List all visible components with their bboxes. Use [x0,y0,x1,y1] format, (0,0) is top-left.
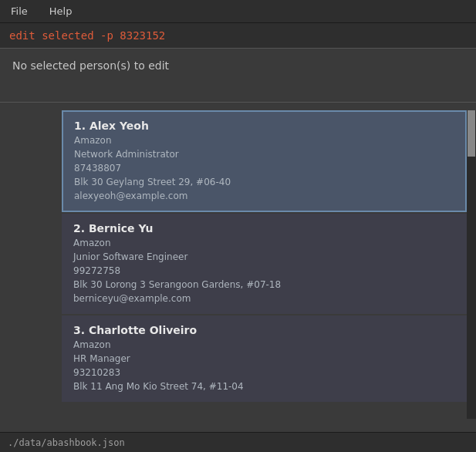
contact-card[interactable]: 1. Alex Yeoh Amazon Network Administrato… [62,110,467,212]
contact-role: Junior Software Engineer [73,250,455,264]
contact-name: 2. Bernice Yu [73,222,455,234]
contact-phone: 87438807 [74,161,454,175]
contact-card[interactable]: 2. Bernice Yu Amazon Junior Software Eng… [62,214,467,314]
contact-card[interactable]: 3. Charlotte Oliveiro Amazon HR Manager … [62,315,467,402]
contact-phone: 93210283 [73,366,455,379]
contact-company: Amazon [73,236,455,250]
contact-role: HR Manager [73,352,455,366]
contact-address: Blk 30 Geylang Street 29, #06-40 [74,175,454,189]
contact-company: Amazon [74,133,454,147]
contact-address: Blk 11 Ang Mo Kio Street 74, #11-04 [73,379,455,393]
menubar: File Help [0,0,476,23]
contact-list[interactable]: 1. Alex Yeoh Amazon Network Administrato… [62,110,467,419]
menu-file[interactable]: File [6,2,32,20]
scrollbar-thumb[interactable] [468,110,475,157]
status-message: No selected person(s) to edit [12,59,169,72]
contact-email: berniceyu@example.com [73,292,455,305]
status-area: No selected person(s) to edit [0,49,476,103]
contact-address: Blk 30 Lorong 3 Serangoon Gardens, #07-1… [73,278,455,292]
contact-phone: 99272758 [73,264,455,278]
scrollbar-track[interactable] [467,110,476,419]
contact-company: Amazon [73,338,455,352]
command-bar: edit selected -p 8323152 [0,23,476,49]
contact-email: alexyeoh@example.com [74,189,454,203]
footer-path: ./data/abashbook.json [8,437,125,448]
command-text: edit selected -p 8323152 [9,29,165,42]
menu-help[interactable]: Help [45,2,77,20]
contact-role: Network Administrator [74,147,454,161]
contact-name: 1. Alex Yeoh [74,120,454,132]
contact-name: 3. Charlotte Oliveiro [73,324,455,336]
main-content: 1. Alex Yeoh Amazon Network Administrato… [0,103,476,427]
footer: ./data/abashbook.json [0,432,476,452]
